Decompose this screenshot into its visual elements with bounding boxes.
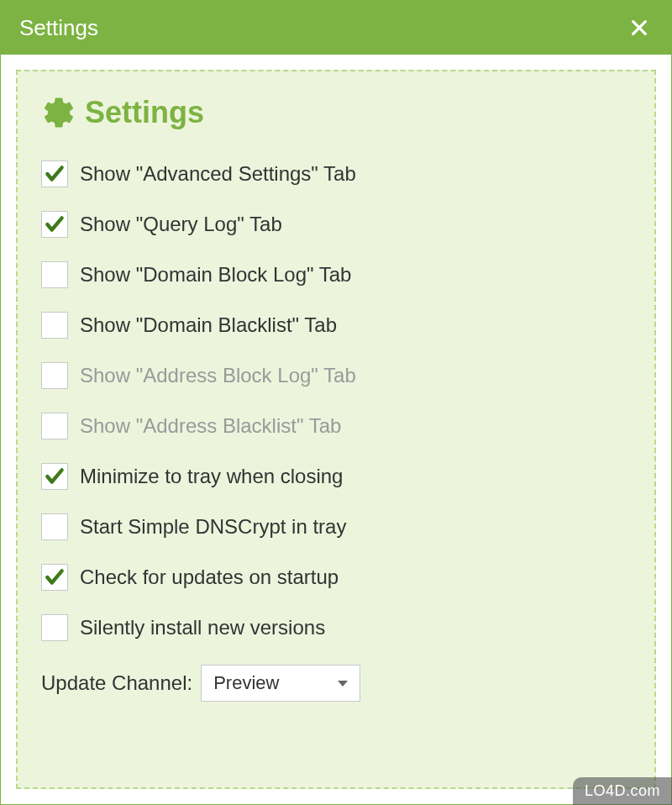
- checkmark-icon: [44, 466, 66, 487]
- close-button[interactable]: [626, 14, 653, 41]
- checkbox-start-in-tray[interactable]: [41, 513, 68, 540]
- checkbox-query-log[interactable]: [41, 211, 68, 238]
- setting-label: Silently install new versions: [80, 616, 325, 639]
- checkbox-silent-install[interactable]: [41, 614, 68, 641]
- checkbox-address-blacklist: [41, 413, 68, 439]
- section-title: Settings: [85, 95, 204, 130]
- watermark: LO4D.com: [573, 777, 672, 805]
- gear-icon: [41, 95, 76, 130]
- content-area: Settings Show "Advanced Settings" TabSho…: [1, 55, 671, 804]
- checkbox-minimize-tray[interactable]: [41, 463, 68, 490]
- section-header: Settings: [41, 95, 631, 130]
- checkmark-icon: [44, 163, 66, 185]
- setting-label: Show "Advanced Settings" Tab: [80, 162, 356, 186]
- setting-row: Minimize to tray when closing: [41, 451, 631, 502]
- setting-row: Show "Domain Block Log" Tab: [41, 250, 631, 300]
- checkbox-address-block-log: [41, 362, 68, 389]
- settings-window: Settings Settings Show "Advanced Setting…: [0, 0, 672, 805]
- titlebar: Settings: [1, 1, 671, 55]
- checkmark-icon: [44, 213, 66, 235]
- update-channel-value: Preview: [213, 672, 279, 694]
- close-icon: [630, 18, 648, 37]
- setting-row: Show "Advanced Settings" Tab: [41, 149, 631, 199]
- checkbox-check-updates[interactable]: [41, 564, 68, 591]
- setting-label: Check for updates on startup: [80, 566, 339, 589]
- update-channel-label: Update Channel:: [41, 671, 192, 695]
- setting-row: Show "Domain Blacklist" Tab: [41, 300, 631, 350]
- checkmark-icon: [44, 566, 66, 588]
- setting-label: Minimize to tray when closing: [80, 465, 343, 488]
- setting-row: Silently install new versions: [41, 602, 631, 653]
- chevron-down-icon: [338, 681, 348, 687]
- setting-label: Show "Domain Block Log" Tab: [80, 263, 351, 287]
- settings-panel: Settings Show "Advanced Settings" TabSho…: [16, 70, 656, 789]
- setting-label: Show "Domain Blacklist" Tab: [80, 313, 337, 337]
- setting-row: Check for updates on startup: [41, 552, 631, 602]
- checkbox-domain-block-log[interactable]: [41, 261, 68, 288]
- setting-label: Show "Address Blacklist" Tab: [80, 414, 341, 438]
- checkbox-domain-blacklist[interactable]: [41, 312, 68, 339]
- window-title: Settings: [19, 15, 98, 41]
- setting-label: Show "Address Block Log" Tab: [80, 364, 356, 387]
- setting-row: Start Simple DNSCrypt in tray: [41, 502, 631, 552]
- setting-row: Show "Query Log" Tab: [41, 199, 631, 250]
- update-channel-row: Update Channel: Preview: [41, 653, 631, 702]
- setting-row: Show "Address Blacklist" Tab: [41, 401, 631, 451]
- settings-list: Show "Advanced Settings" TabShow "Query …: [41, 149, 631, 653]
- setting-row: Show "Address Block Log" Tab: [41, 350, 631, 401]
- update-channel-dropdown[interactable]: Preview: [201, 665, 360, 702]
- setting-label: Show "Query Log" Tab: [80, 213, 282, 236]
- setting-label: Start Simple DNSCrypt in tray: [80, 515, 346, 539]
- checkbox-advanced-settings[interactable]: [41, 160, 68, 187]
